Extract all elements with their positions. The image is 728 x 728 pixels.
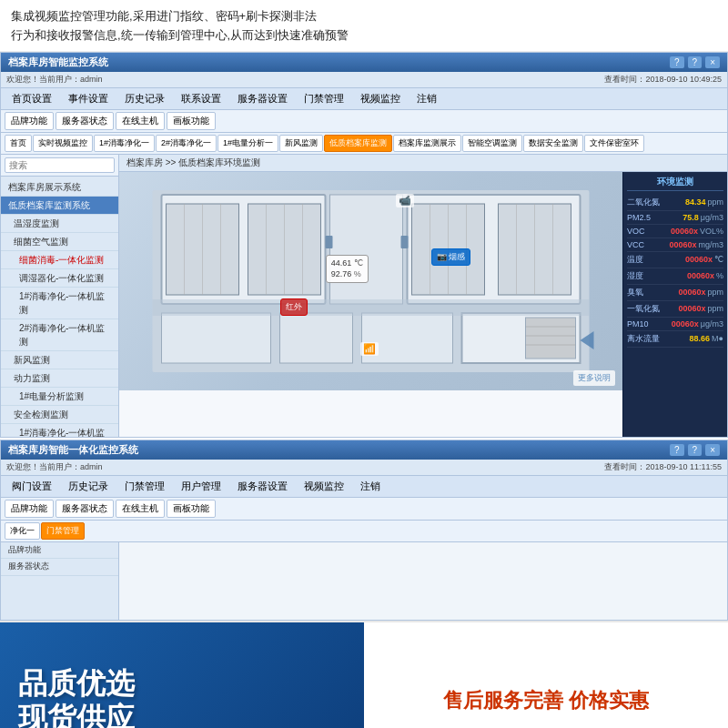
- nav-security[interactable]: 数据安全监测: [523, 135, 583, 152]
- window1-controls[interactable]: ? ? ×: [670, 56, 720, 68]
- breadcrumb: 档案库房 >> 低质档案库环境监测: [119, 155, 727, 172]
- w2-maximize-button[interactable]: ?: [688, 444, 703, 456]
- env-no-name: 一氧化氮: [627, 303, 671, 315]
- w2-minimize-button[interactable]: ?: [670, 444, 684, 456]
- menu-logout[interactable]: 注销: [410, 90, 444, 107]
- svg-rect-29: [326, 236, 333, 248]
- w2-menu-door[interactable]: 门禁管理: [117, 478, 172, 495]
- nav-power[interactable]: 1#电量分析一: [217, 135, 278, 152]
- window2-content: 品牌功能 服务器状态: [1, 542, 727, 620]
- w2-nav-clean[interactable]: 净化一: [5, 522, 40, 540]
- toolbar-draw[interactable]: 画板功能: [167, 112, 216, 130]
- sensor-smoke[interactable]: 📷 烟感: [431, 248, 471, 266]
- minimize-button[interactable]: ?: [670, 56, 684, 68]
- w2-toolbar-online[interactable]: 在线主机: [116, 500, 165, 518]
- close-button[interactable]: ×: [705, 56, 720, 68]
- env-voc-value: 00060x: [663, 227, 698, 236]
- env-vcc-unit: mg/m3: [698, 240, 723, 249]
- top-banner: 集成视频监控管理功能,采用进门指纹、密码+刷卡探测非法 行为和接收报警信息,统一…: [0, 0, 728, 52]
- w2-nav-door[interactable]: 门禁管理: [41, 522, 85, 540]
- sidebar-item-lowq[interactable]: 低质档案库监测系统: [1, 197, 118, 215]
- nav-clean1[interactable]: 1#消毒净化一: [94, 135, 155, 152]
- sidebar-item-ventilation[interactable]: 新风监测: [1, 351, 118, 369]
- nav-video[interactable]: 实时视频监控: [33, 135, 93, 152]
- nav-ac[interactable]: 智能空调监测: [462, 135, 522, 152]
- env-panel: 环境监测 二氧化氮 84.34 ppm PM2.5 75.8 μg/m3 VOC…: [622, 172, 727, 437]
- sidebar-item-safety[interactable]: 安全检测监测: [1, 406, 118, 424]
- window2-controls[interactable]: ? ? ×: [670, 444, 720, 456]
- env-humid-unit: %: [716, 271, 723, 280]
- w2-toolbar-server[interactable]: 服务器状态: [56, 500, 114, 518]
- toolbar-online[interactable]: 在线主机: [116, 112, 165, 130]
- sidebar-item-temp-humid[interactable]: 温湿度监测: [1, 215, 118, 233]
- nav-clean2[interactable]: 2#消毒净化一: [156, 135, 217, 152]
- more-button[interactable]: 更多说明: [573, 370, 615, 386]
- promo-service-text: 售后服务完善 价格实惠: [443, 687, 649, 714]
- menu-door[interactable]: 门禁管理: [297, 90, 351, 107]
- sidebar-item-safety-clean1[interactable]: 1#消毒净化-一体机监测: [1, 424, 118, 437]
- env-row-pm10: PM10 00060x μg/m3: [627, 318, 723, 331]
- w2-toolbar-draw[interactable]: 画板功能: [167, 500, 216, 518]
- svg-rect-30: [401, 236, 409, 248]
- nav-lowquality[interactable]: 低质档案库监测: [324, 135, 392, 152]
- sensor-infrared[interactable]: 红外: [280, 298, 308, 316]
- w2-menu-users[interactable]: 用户管理: [174, 478, 228, 495]
- env-row-ozone: 臭氧 00060x ppm: [627, 285, 723, 301]
- sidebar-item-humidity-ctrl[interactable]: 调湿器化-一体化监测: [1, 269, 118, 288]
- svg-rect-28: [153, 299, 590, 316]
- menu-event-settings[interactable]: 事件设置: [61, 90, 116, 107]
- sidebar-nav: 档案库房展示系统 低质档案库监测系统 温湿度监测 细菌空气监测 细菌消毒-一体化…: [1, 177, 118, 437]
- w2-menu-history[interactable]: 历史记录: [61, 478, 116, 495]
- nav-file[interactable]: 文件保密室环: [584, 135, 644, 152]
- env-ozone-name: 臭氧: [627, 287, 671, 298]
- svg-rect-4: [330, 195, 403, 304]
- sidebar-search-input[interactable]: [5, 157, 115, 173]
- nav-home[interactable]: 首页: [5, 135, 32, 152]
- main-body: 📷 烟感 红外 44.61 ℃ 92.76 % 📹 📶 更多说明: [119, 172, 727, 437]
- window2-infobar: 欢迎您！当前用户：admin 查看时间：2018-09-10 11:11:55: [1, 460, 727, 476]
- env-row-pm25: PM2.5 75.8 μg/m3: [627, 211, 723, 225]
- w2-close-button[interactable]: ×: [705, 444, 720, 456]
- w2-toolbar-brand[interactable]: 品牌功能: [5, 500, 54, 518]
- menu-home-settings[interactable]: 首页设置: [5, 90, 59, 107]
- sidebar-item-power[interactable]: 动力监测: [1, 369, 118, 388]
- sidebar-item-power-analysis[interactable]: 1#电量分析监测: [1, 388, 118, 406]
- time-text: 查看时间：2018-09-10 10:49:25: [604, 74, 722, 86]
- nav-ventilation[interactable]: 新风监测: [279, 135, 323, 152]
- w2-menu-logout[interactable]: 注销: [353, 478, 388, 495]
- env-voc-name: VOC: [627, 227, 663, 236]
- toolbar-brand[interactable]: 品牌功能: [5, 112, 54, 130]
- w2-menu-video[interactable]: 视频监控: [297, 478, 351, 495]
- sensor-value2: 92.76 %: [331, 268, 363, 280]
- sidebar-item-bacteria[interactable]: 细菌空气监测: [1, 233, 118, 251]
- svg-rect-12: [526, 318, 576, 359]
- toolbar-server[interactable]: 服务器状态: [56, 112, 114, 130]
- menu-video[interactable]: 视频监控: [353, 90, 408, 107]
- menu-history[interactable]: 历史记录: [117, 90, 172, 107]
- sidebar-item-archive-display[interactable]: 档案库房展示系统: [1, 178, 118, 197]
- svg-rect-8: [162, 313, 271, 363]
- window2-main: [119, 542, 727, 620]
- promo-line1: 品质优选: [18, 666, 346, 701]
- w2-sidebar-item2[interactable]: 服务器状态: [1, 559, 118, 576]
- w2-menu-server[interactable]: 服务器设置: [230, 478, 295, 495]
- env-no-unit: ppm: [707, 304, 723, 313]
- floorplan-svg: [119, 172, 622, 390]
- sidebar-item-clean1[interactable]: 1#消毒净化-一体机监测: [1, 288, 118, 319]
- env-pm10-unit: μg/m3: [701, 319, 723, 329]
- sidebar-item-clean2[interactable]: 2#消毒净化-一体机监测: [1, 319, 118, 351]
- window2-sidebar: 品牌功能 服务器状态: [1, 542, 119, 620]
- menu-server[interactable]: 服务器设置: [230, 90, 295, 107]
- env-pm10-value: 00060x: [664, 319, 699, 329]
- nav-display[interactable]: 档案库监测展示: [393, 135, 461, 152]
- w2-menu-valve[interactable]: 阀门设置: [5, 478, 59, 495]
- window1-sidebar: 档案库房展示系统 低质档案库监测系统 温湿度监测 细菌空气监测 细菌消毒-一体化…: [1, 155, 119, 437]
- window1-titlebar: 档案库房智能监控系统 ? ? ×: [1, 53, 727, 72]
- sidebar-item-bacteria-disinfect[interactable]: 细菌消毒-一体化监测: [1, 251, 118, 269]
- maximize-button[interactable]: ?: [688, 56, 703, 68]
- env-no-value: 00060x: [671, 304, 705, 313]
- env-water-name: 离水流量: [627, 333, 675, 345]
- w2-sidebar-item1[interactable]: 品牌功能: [1, 542, 118, 560]
- menu-contact[interactable]: 联系设置: [174, 90, 228, 107]
- promo-banner: 品质优选 现货供应 售后服务完善 价格实惠: [0, 621, 728, 728]
